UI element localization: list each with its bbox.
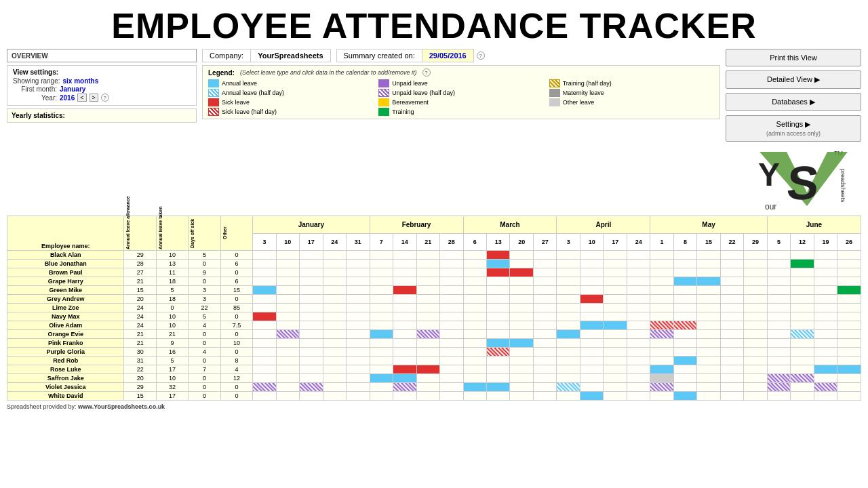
leave-cell[interactable] — [276, 295, 299, 304]
leave-cell[interactable] — [486, 392, 509, 401]
leave-cell[interactable] — [416, 357, 439, 365]
leave-cell[interactable] — [580, 295, 603, 304]
leave-cell[interactable] — [650, 374, 673, 383]
leave-cell[interactable] — [533, 286, 556, 295]
leave-cell[interactable] — [253, 348, 276, 357]
leave-cell[interactable] — [557, 295, 580, 304]
leave-cell[interactable] — [580, 383, 603, 392]
summary-info-icon[interactable]: ? — [477, 52, 485, 60]
databases-button[interactable]: Databases ▶ — [726, 93, 861, 111]
leave-cell[interactable] — [791, 321, 814, 330]
leave-cell[interactable] — [463, 392, 486, 401]
leave-cell[interactable] — [720, 304, 743, 312]
table-row[interactable]: Grape Harry211806 — [7, 277, 861, 286]
leave-cell[interactable] — [673, 304, 696, 312]
print-button[interactable]: Print this View — [726, 49, 861, 66]
leave-cell[interactable] — [510, 251, 533, 260]
leave-cell[interactable] — [720, 339, 743, 348]
leave-cell[interactable] — [814, 286, 837, 295]
leave-cell[interactable] — [650, 339, 673, 348]
leave-cell[interactable] — [300, 374, 323, 383]
leave-cell[interactable] — [814, 304, 837, 312]
leave-cell[interactable] — [627, 392, 650, 401]
leave-cell[interactable] — [650, 365, 673, 374]
leave-cell[interactable] — [673, 260, 696, 268]
leave-cell[interactable] — [393, 365, 416, 374]
leave-cell[interactable] — [814, 251, 837, 260]
leave-cell[interactable] — [253, 277, 276, 286]
leave-cell[interactable] — [463, 365, 486, 374]
leave-cell[interactable] — [370, 321, 393, 330]
leave-cell[interactable] — [486, 374, 509, 383]
leave-cell[interactable] — [300, 286, 323, 295]
leave-cell[interactable] — [557, 348, 580, 357]
leave-cell[interactable] — [697, 383, 720, 392]
leave-cell[interactable] — [791, 357, 814, 365]
leave-cell[interactable] — [533, 321, 556, 330]
leave-cell[interactable] — [791, 304, 814, 312]
leave-cell[interactable] — [580, 286, 603, 295]
leave-cell[interactable] — [510, 286, 533, 295]
leave-cell[interactable] — [814, 295, 837, 304]
leave-cell[interactable] — [673, 286, 696, 295]
leave-cell[interactable] — [814, 330, 837, 339]
leave-cell[interactable] — [300, 365, 323, 374]
leave-cell[interactable] — [370, 312, 393, 321]
leave-cell[interactable] — [744, 312, 767, 321]
leave-cell[interactable] — [557, 365, 580, 374]
leave-cell[interactable] — [393, 321, 416, 330]
leave-cell[interactable] — [393, 286, 416, 295]
table-row[interactable]: Black Alan291050 — [7, 251, 861, 260]
leave-cell[interactable] — [650, 286, 673, 295]
leave-cell[interactable] — [393, 295, 416, 304]
leave-cell[interactable] — [650, 277, 673, 286]
leave-cell[interactable] — [393, 260, 416, 268]
leave-cell[interactable] — [347, 277, 370, 286]
leave-cell[interactable] — [697, 330, 720, 339]
leave-cell[interactable] — [650, 304, 673, 312]
table-row[interactable]: Saffron Jake2010012 — [7, 374, 861, 383]
leave-cell[interactable] — [673, 339, 696, 348]
leave-cell[interactable] — [253, 268, 276, 277]
leave-cell[interactable] — [416, 312, 439, 321]
leave-cell[interactable] — [253, 304, 276, 312]
table-row[interactable]: Green Mike155315 — [7, 286, 861, 295]
leave-cell[interactable] — [370, 383, 393, 392]
leave-cell[interactable] — [791, 348, 814, 357]
leave-cell[interactable] — [323, 268, 346, 277]
leave-cell[interactable] — [533, 365, 556, 374]
leave-cell[interactable] — [767, 251, 790, 260]
table-row[interactable]: Navy Max241050 — [7, 312, 861, 321]
leave-cell[interactable] — [627, 304, 650, 312]
leave-cell[interactable] — [814, 268, 837, 277]
leave-cell[interactable] — [510, 295, 533, 304]
leave-cell[interactable] — [440, 383, 463, 392]
leave-cell[interactable] — [393, 277, 416, 286]
leave-cell[interactable] — [253, 374, 276, 383]
leave-cell[interactable] — [767, 330, 790, 339]
leave-cell[interactable] — [744, 277, 767, 286]
leave-cell[interactable] — [347, 304, 370, 312]
year-info-icon[interactable]: ? — [101, 94, 109, 102]
leave-cell[interactable] — [557, 268, 580, 277]
leave-cell[interactable] — [533, 268, 556, 277]
leave-cell[interactable] — [276, 268, 299, 277]
leave-cell[interactable] — [837, 348, 861, 357]
leave-cell[interactable] — [791, 251, 814, 260]
leave-cell[interactable] — [837, 365, 861, 374]
leave-cell[interactable] — [720, 374, 743, 383]
leave-cell[interactable] — [580, 392, 603, 401]
leave-cell[interactable] — [300, 277, 323, 286]
legend-annual-half[interactable]: Annual leave (half day) — [208, 89, 373, 97]
leave-cell[interactable] — [580, 365, 603, 374]
leave-cell[interactable] — [300, 268, 323, 277]
leave-cell[interactable] — [580, 304, 603, 312]
leave-cell[interactable] — [767, 312, 790, 321]
leave-cell[interactable] — [557, 251, 580, 260]
leave-cell[interactable] — [486, 304, 509, 312]
leave-cell[interactable] — [416, 286, 439, 295]
table-row[interactable]: Rose Luke221774 — [7, 365, 861, 374]
leave-cell[interactable] — [463, 383, 486, 392]
leave-cell[interactable] — [744, 321, 767, 330]
leave-cell[interactable] — [697, 251, 720, 260]
